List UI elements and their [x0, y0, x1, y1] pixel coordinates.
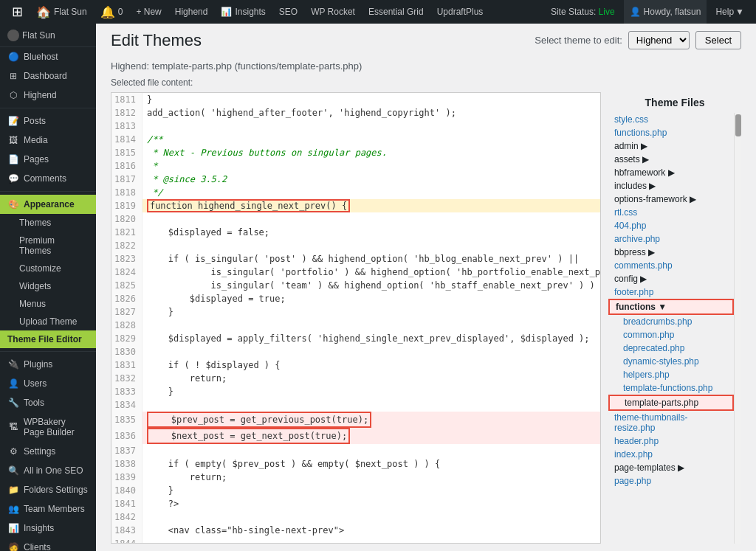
tree-item[interactable]: dynamic-styles.php [608, 355, 734, 368]
select-button[interactable]: Select [695, 31, 741, 49]
help-button[interactable]: Help ▼ [709, 0, 750, 24]
adminbar-notifications[interactable]: 🔔 0 [94, 0, 129, 24]
sidebar-item-clients[interactable]: 🧑 Clients [0, 538, 96, 551]
line-number: 1825 [111, 279, 142, 292]
code-editor[interactable]: 1811}1812add_action( 'highend_after_foot… [111, 92, 601, 544]
line-code [142, 345, 600, 358]
line-number: 1813 [111, 119, 142, 133]
bluehost-icon: 🔵 [7, 52, 19, 62]
howdy-button[interactable]: 👤 Howdy, flatsun [624, 0, 707, 24]
tree-item[interactable]: index.php [608, 448, 734, 461]
sidebar-sub-premium-themes[interactable]: Premium Themes [0, 232, 96, 260]
line-code: $next_post = get_next_post(true); [142, 428, 600, 444]
tree-item[interactable]: theme-thumbnails-resize.php [608, 411, 734, 434]
sidebar-item-posts[interactable]: 📝 Posts [0, 111, 96, 131]
gravatar [7, 30, 19, 41]
separator [0, 108, 96, 108]
adminbar-essential-grid[interactable]: Essential Grid [362, 0, 430, 24]
tree-item[interactable]: includes ▶ [608, 179, 734, 193]
sidebar-item-dashboard[interactable]: ⊞ Dashboard [0, 66, 96, 86]
sidebar-item-tools[interactable]: 🔧 Tools [0, 393, 96, 412]
line-number: 1818 [111, 186, 142, 199]
admin-bar: ⊞ 🏠 Flat Sun 🔔 0 + New Highend 📊 Insight… [0, 0, 756, 24]
sidebar-sub-widgets[interactable]: Widgets [0, 277, 96, 295]
adminbar-updraftplus[interactable]: UpdraftPlus [431, 0, 489, 24]
file-tree-panel: Theme Files style.cssfunctions.phpadmin … [608, 92, 741, 544]
tree-item[interactable]: template-parts.php [608, 395, 734, 411]
sidebar-item-insights[interactable]: 📊 Insights [0, 519, 96, 538]
theme-select-dropdown[interactable]: Highend [628, 31, 690, 49]
line-number: 1828 [111, 319, 142, 332]
adminbar-new[interactable]: + New [130, 0, 167, 24]
line-number: 1814 [111, 133, 142, 146]
sidebar-item-plugins[interactable]: 🔌 Plugins [0, 355, 96, 374]
tree-item[interactable]: admin ▶ [608, 139, 734, 153]
scrollbar-thumb[interactable] [735, 114, 741, 136]
adminbar-highend[interactable]: Highend [169, 0, 214, 24]
line-number: 1821 [111, 226, 142, 239]
sidebar-sub-customize[interactable]: Customize [0, 260, 96, 277]
line-code: } [142, 305, 600, 319]
scrollbar-track[interactable] [734, 113, 741, 544]
sidebar-item-pages[interactable]: 📄 Pages [0, 150, 96, 169]
line-code: } [142, 385, 600, 398]
tree-item[interactable]: functions ▼ [608, 299, 734, 315]
tree-item[interactable]: footer.php [608, 285, 734, 299]
sidebar-sub-upload-theme[interactable]: Upload Theme [0, 313, 96, 330]
main-wrap: Flat Sun 🔵 Bluehost ⊞ Dashboard ⬡ Highen… [0, 24, 756, 551]
line-code [142, 537, 600, 543]
sidebar-item-wpbakery[interactable]: 🏗 WPBakery Page Builder [0, 412, 96, 442]
line-number: 1823 [111, 252, 142, 266]
tree-item[interactable]: template-functions.php [608, 381, 734, 395]
adminbar-site[interactable]: 🏠 Flat Sun [30, 0, 93, 24]
plugins-icon: 🔌 [7, 359, 19, 370]
file-path-subtitle: Highend: template-parts.php (functions/t… [111, 60, 741, 72]
tree-item[interactable]: 404.php [608, 219, 734, 232]
tree-item[interactable]: assets ▶ [608, 153, 734, 166]
line-code: $displayed = apply_filters( 'highend_sin… [142, 332, 600, 345]
tree-item[interactable]: rtl.css [608, 206, 734, 219]
tree-item[interactable]: page.php [608, 474, 734, 488]
adminbar-wp-rocket[interactable]: WP Rocket [305, 0, 361, 24]
sidebar-sub-themes[interactable]: Themes [0, 214, 96, 232]
line-code: } [142, 484, 600, 497]
sidebar-item-users[interactable]: 👤 Users [0, 374, 96, 393]
tree-item[interactable]: hbframework ▶ [608, 166, 734, 179]
tree-item[interactable]: archive.php [608, 232, 734, 246]
sidebar-item-comments[interactable]: 💬 Comments [0, 169, 96, 188]
sidebar-item-folders[interactable]: 📁 Folders Settings [0, 480, 96, 499]
sidebar-item-appearance[interactable]: 🎨 Appearance [0, 195, 96, 214]
tree-item[interactable]: style.css [608, 113, 734, 126]
code-table: 1811}1812add_action( 'highend_after_foot… [111, 93, 600, 543]
file-tree-content[interactable]: style.cssfunctions.phpadmin ▶assets ▶hbf… [608, 113, 734, 544]
line-number: 1840 [111, 484, 142, 497]
tree-item[interactable]: breadcrumbs.php [608, 315, 734, 328]
tree-item[interactable]: common.php [608, 328, 734, 342]
tree-item[interactable]: functions.php [608, 126, 734, 139]
sidebar-item-media[interactable]: 🖼 Media [0, 131, 96, 150]
line-code: function highend_single_next_prev() { [142, 199, 600, 212]
tree-item[interactable]: helpers.php [608, 368, 734, 381]
tree-item[interactable]: deprecated.php [608, 342, 734, 355]
sidebar-item-team[interactable]: 👥 Team Members [0, 499, 96, 519]
sidebar-sub-theme-editor[interactable]: Theme File Editor [0, 330, 96, 348]
pages-icon: 📄 [7, 154, 19, 164]
code-scroll-area[interactable]: 1811}1812add_action( 'highend_after_foot… [111, 93, 600, 543]
sidebar-item-settings[interactable]: ⚙ Settings [0, 442, 96, 461]
tree-item[interactable]: options-framework ▶ [608, 193, 734, 206]
adminbar-seo[interactable]: SEO [273, 0, 303, 24]
line-number: 1829 [111, 332, 142, 345]
tree-item[interactable]: config ▶ [608, 272, 734, 285]
tree-item[interactable]: page-templates ▶ [608, 461, 734, 474]
sidebar-item-all-in-one-seo[interactable]: 🔍 All in One SEO [0, 461, 96, 480]
line-code: * [142, 159, 600, 173]
sidebar-sub-menus[interactable]: Menus [0, 295, 96, 313]
adminbar-wp-icon[interactable]: ⊞ [6, 0, 29, 24]
sidebar-item-bluehost[interactable]: 🔵 Bluehost [0, 47, 96, 66]
adminbar-insights[interactable]: 📊 Insights [215, 0, 271, 24]
tree-item[interactable]: comments.php [608, 259, 734, 272]
tree-item[interactable]: bbpress ▶ [608, 246, 734, 259]
tree-item[interactable]: header.php [608, 434, 734, 448]
line-number: 1827 [111, 305, 142, 319]
sidebar-item-highend[interactable]: ⬡ Highend [0, 86, 96, 105]
